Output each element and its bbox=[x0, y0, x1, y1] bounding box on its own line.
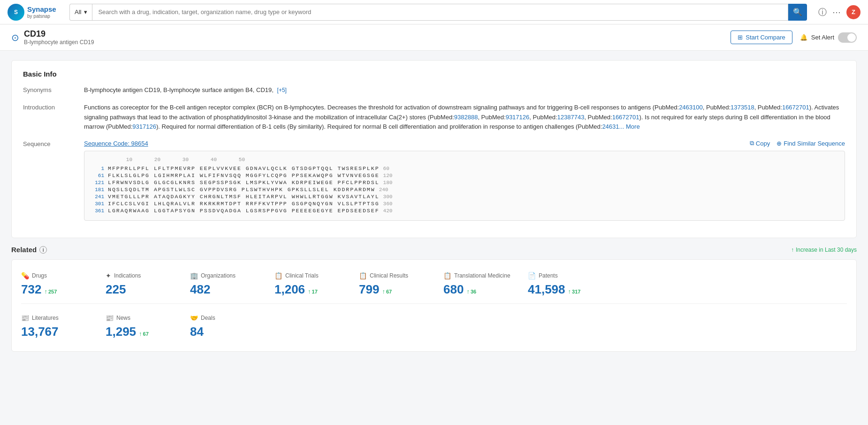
intro-ref-3[interactable]: 16672701 bbox=[782, 104, 809, 111]
increase-label: ↑ Increase in Last 30 days bbox=[791, 247, 857, 253]
increase-badge: ↑67 bbox=[139, 330, 149, 337]
seq-line-num: 181 bbox=[90, 187, 104, 193]
seq-line-data: VMETGLLLPR ATAQDAGKYY CHRGNLTMSF HLEITAR… bbox=[108, 193, 380, 200]
related-item-label: Organizations bbox=[201, 272, 236, 279]
alert-bell-icon: 🔔 bbox=[800, 34, 807, 41]
related-item-count: 680 ↑36 bbox=[443, 282, 518, 297]
chevron-down-icon: ▾ bbox=[84, 8, 87, 15]
seq-line-num: 61 bbox=[90, 173, 104, 178]
logo-text: Synapse by patsnap bbox=[27, 5, 56, 19]
alert-toggle[interactable] bbox=[838, 32, 857, 43]
intro-ref-6[interactable]: 12387743 bbox=[557, 114, 585, 121]
increase-badge: ↑17 bbox=[308, 288, 318, 295]
related-count-value: 41,598 bbox=[528, 282, 565, 297]
related-item-count: 41,598 ↑317 bbox=[528, 282, 603, 297]
seq-line-num: 361 bbox=[90, 208, 104, 214]
related-item-count: 225 bbox=[106, 282, 181, 297]
related-item[interactable]: ✦ Indications 225 bbox=[106, 267, 190, 301]
increase-arrow-icon: ↑ bbox=[466, 288, 470, 295]
related-item-header: 📄 Patents bbox=[528, 272, 603, 279]
intro-ref-1[interactable]: 2463100 bbox=[679, 104, 703, 111]
related-item[interactable]: 🏢 Organizations 482 bbox=[190, 267, 274, 301]
related-item-count: 1,206 ↑17 bbox=[274, 282, 350, 297]
related-item-header: 📋 Translational Medicine bbox=[443, 272, 518, 279]
related-item-count: 482 bbox=[190, 282, 265, 297]
related-item-icon: 🤝 bbox=[190, 314, 198, 322]
related-item-label: Deals bbox=[201, 315, 215, 321]
seq-header: Sequence Code: 98654 ⧉ Copy ⊕ Find Simil… bbox=[84, 139, 845, 147]
related-item-icon: 📋 bbox=[443, 272, 451, 279]
seq-line: 181NQSLSQDLTM APGSTLWLSC GVPPDVSRG PLSWT… bbox=[90, 186, 839, 193]
seq-line-data: IFCLCSLVGI LHLQRALVLR RKRKRMTDPT RRFFKVT… bbox=[108, 201, 380, 207]
seq-lines: 1MFPPRLLPFL LFLTPMEVRP EEPLVVKVEE GDNAVL… bbox=[90, 165, 839, 214]
related-item[interactable]: 📋 Clinical Trials 1,206 ↑17 bbox=[274, 267, 359, 301]
related-info-icon[interactable]: i bbox=[39, 246, 47, 254]
search-button[interactable]: 🔍 bbox=[788, 4, 807, 21]
copy-button[interactable]: ⧉ Copy bbox=[750, 139, 770, 147]
compare-icon: ⊞ bbox=[738, 34, 743, 41]
sub-header: ⊙ CD19 B-lymphocyte antigen CD19 ⊞ Start… bbox=[0, 24, 868, 51]
seq-line: 361LGRAQRWAAG LGGTAPSYGN PSSDVQADGA LGSR… bbox=[90, 208, 839, 214]
increase-text: Increase in Last 30 days bbox=[796, 247, 857, 253]
start-compare-button[interactable]: ⊞ Start Compare bbox=[731, 31, 792, 44]
related-item-count: 732 ↑257 bbox=[21, 282, 96, 297]
header-icons: ⓘ ⋯ Z bbox=[818, 5, 860, 19]
related-item-count: 13,767 bbox=[21, 325, 96, 339]
intro-ref-8[interactable]: 9317126 bbox=[132, 123, 156, 130]
related-count-value: 13,767 bbox=[21, 325, 59, 339]
related-grid-row2: 📰 Literatures 13,767 📰 News 1,295 ↑67 🤝 … bbox=[21, 309, 847, 344]
help-icon[interactable]: ⓘ bbox=[818, 7, 827, 18]
intro-ref-9[interactable]: 24631... bbox=[602, 123, 624, 130]
related-item-header: 🏢 Organizations bbox=[190, 272, 265, 279]
related-item[interactable]: 💊 Drugs 732 ↑257 bbox=[21, 267, 106, 301]
related-item-label: Drugs bbox=[32, 272, 47, 279]
intro-more-link[interactable]: More bbox=[626, 123, 640, 130]
synonyms-row: Synonyms B-lymphocyte antigen CD19, B-ly… bbox=[23, 85, 845, 95]
related-item[interactable]: 📰 Literatures 13,767 bbox=[21, 309, 106, 344]
increase-badge: ↑317 bbox=[568, 288, 581, 295]
increase-badge: ↑67 bbox=[382, 288, 392, 295]
intro-ref-7[interactable]: 16672701 bbox=[612, 114, 640, 121]
seq-line: 241VMETGLLLPR ATAQDAGKYY CHRGNLTMSF HLEI… bbox=[90, 193, 839, 200]
intro-ref-2[interactable]: 1373518 bbox=[731, 104, 754, 111]
main-content: Basic Info Synonyms B-lymphocyte antigen… bbox=[0, 51, 868, 424]
find-similar-button[interactable]: ⊕ Find Similar Sequence bbox=[777, 140, 845, 147]
related-count-value: 1,295 bbox=[106, 325, 136, 339]
sequence-code[interactable]: Sequence Code: 98654 bbox=[84, 140, 148, 147]
synonyms-more-link[interactable]: [+5] bbox=[277, 87, 287, 93]
related-count-value: 680 bbox=[443, 282, 464, 297]
related-title: Related i bbox=[11, 246, 47, 254]
related-item[interactable]: 📰 News 1,295 ↑67 bbox=[106, 309, 190, 344]
seq-line: 61FLKLSLGLPG LGIHMRPLAI WLFIFNVSQQ MGGFY… bbox=[90, 172, 839, 178]
related-item-count: 1,295 ↑67 bbox=[106, 325, 181, 339]
sub-header-left: ⊙ CD19 B-lymphocyte antigen CD19 bbox=[11, 29, 94, 46]
related-item[interactable]: 📋 Clinical Results 799 ↑67 bbox=[359, 267, 443, 301]
increase-badge: ↑36 bbox=[466, 288, 476, 295]
seq-actions: ⧉ Copy ⊕ Find Similar Sequence bbox=[750, 139, 845, 147]
sequence-box[interactable]: 1020304050 1MFPPRLLPFL LFLTPMEVRP EEPLVV… bbox=[84, 151, 845, 221]
introduction-row: Introduction Functions as coreceptor for… bbox=[23, 103, 845, 132]
related-item-header: 📋 Clinical Trials bbox=[274, 272, 350, 279]
seq-line-data: MFPPRLLPFL LFLTPMEVRP EEPLVVKVEE GDNAVLQ… bbox=[108, 165, 380, 171]
related-item[interactable]: 🤝 Deals 84 bbox=[190, 309, 274, 344]
increase-badge: ↑257 bbox=[44, 288, 57, 295]
search-type-dropdown[interactable]: All ▾ bbox=[69, 4, 92, 21]
grid-icon[interactable]: ⋯ bbox=[832, 7, 841, 17]
related-count-value: 482 bbox=[190, 282, 210, 297]
synonyms-label: Synonyms bbox=[23, 85, 75, 93]
user-avatar[interactable]: Z bbox=[846, 5, 860, 19]
related-card: 💊 Drugs 732 ↑257 ✦ Indications 225 🏢 Org… bbox=[11, 259, 857, 352]
related-item-label: News bbox=[116, 315, 130, 321]
related-item-header: 🤝 Deals bbox=[190, 314, 265, 322]
seq-line: 121LFRWNVSDLG GLGCGLKNRS SEGPSSPSGK LMSP… bbox=[90, 179, 839, 185]
search-input[interactable] bbox=[92, 4, 788, 21]
logo-area: S Synapse by patsnap bbox=[8, 4, 64, 21]
related-item[interactable]: 📄 Patents 41,598 ↑317 bbox=[528, 267, 612, 301]
related-divider bbox=[21, 303, 847, 304]
related-item[interactable]: 📋 Translational Medicine 680 ↑36 bbox=[443, 267, 528, 301]
search-area: All ▾ 🔍 bbox=[69, 4, 807, 21]
copy-label: Copy bbox=[756, 140, 770, 147]
seq-line-end: 180 bbox=[383, 180, 393, 185]
intro-ref-4[interactable]: 9382888 bbox=[454, 114, 478, 121]
intro-ref-5[interactable]: 9317126 bbox=[506, 114, 530, 121]
